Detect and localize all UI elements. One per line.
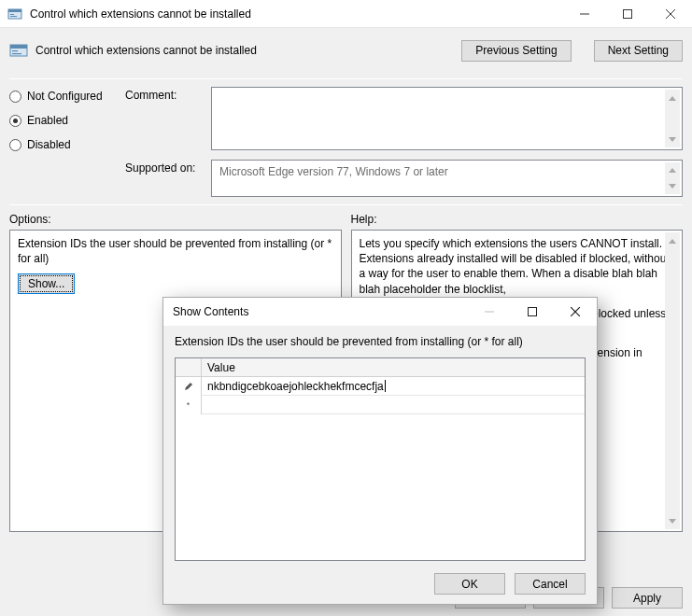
scrollbar[interactable] xyxy=(665,162,680,194)
maximize-button[interactable] xyxy=(606,0,649,28)
svg-rect-2 xyxy=(10,14,14,15)
scroll-up-icon[interactable] xyxy=(665,90,680,106)
radio-label: Disabled xyxy=(27,138,71,151)
svg-rect-9 xyxy=(10,45,27,49)
scrollbar[interactable] xyxy=(665,232,680,529)
show-contents-dialog: Show Contents Extension IDs the user sho… xyxy=(162,297,598,605)
scrollbar[interactable] xyxy=(665,90,680,147)
radio-label: Not Configured xyxy=(27,90,103,103)
page-title: Control which extensions cannot be insta… xyxy=(35,44,257,57)
comment-label: Comment: xyxy=(125,87,211,152)
previous-setting-button[interactable]: Previous Setting xyxy=(461,40,571,62)
scroll-up-icon[interactable] xyxy=(665,162,680,178)
scroll-up-icon[interactable] xyxy=(665,232,680,249)
radio-disabled[interactable]: Disabled xyxy=(9,137,125,152)
window-title: Control which extensions cannot be insta… xyxy=(30,7,563,21)
value-cell[interactable]: nkbndigcebkoaejohleckhekfmcecfja xyxy=(202,377,585,396)
help-label: Help: xyxy=(351,209,684,230)
dialog-description: Extension IDs the user should be prevent… xyxy=(175,335,586,348)
policy-icon xyxy=(7,7,22,21)
scroll-down-icon[interactable] xyxy=(665,512,680,529)
apply-button[interactable]: Apply xyxy=(612,587,683,609)
next-setting-button[interactable]: Next Setting xyxy=(594,40,683,62)
dialog-title: Show Contents xyxy=(173,305,468,318)
scroll-down-icon[interactable] xyxy=(665,131,680,147)
value-column-header[interactable]: Value xyxy=(202,358,585,376)
svg-rect-5 xyxy=(624,9,632,18)
row-header-column[interactable] xyxy=(176,358,202,376)
svg-rect-10 xyxy=(12,50,18,51)
maximize-button[interactable] xyxy=(511,298,554,326)
table-row[interactable]: * xyxy=(176,396,585,414)
svg-rect-13 xyxy=(529,308,537,316)
options-description: Extension IDs the user should be prevent… xyxy=(18,236,333,266)
radio-not-configured[interactable]: Not Configured xyxy=(9,89,125,104)
minimize-button[interactable] xyxy=(468,298,511,326)
options-label: Options: xyxy=(9,209,342,230)
text-caret xyxy=(385,380,386,392)
svg-rect-1 xyxy=(8,9,21,12)
comment-input[interactable] xyxy=(211,87,683,150)
close-button[interactable] xyxy=(554,298,597,326)
radio-label: Enabled xyxy=(27,114,68,127)
value-cell[interactable] xyxy=(202,396,585,414)
show-button[interactable]: Show... xyxy=(18,273,75,294)
supported-on-value: Microsoft Edge version 77, Windows 7 or … xyxy=(211,160,683,197)
svg-rect-11 xyxy=(12,53,21,54)
help-text: Lets you specify which extensions the us… xyxy=(360,236,675,297)
supported-on-label: Supported on: xyxy=(125,160,211,197)
radio-enabled[interactable]: Enabled xyxy=(9,113,125,128)
edit-indicator-icon xyxy=(176,377,202,396)
close-button[interactable] xyxy=(649,0,692,28)
scroll-down-icon[interactable] xyxy=(665,178,680,194)
table-row[interactable]: nkbndigcebkoaejohleckhekfmcecfja xyxy=(176,377,585,396)
cancel-button[interactable]: Cancel xyxy=(515,573,586,595)
svg-rect-3 xyxy=(10,16,17,17)
ok-button[interactable]: OK xyxy=(434,573,505,595)
new-row-indicator-icon: * xyxy=(176,396,202,414)
value-table[interactable]: Value nkbndigcebkoaejohleckhekfmcecfja * xyxy=(175,357,586,561)
policy-icon xyxy=(9,41,28,60)
minimize-button[interactable] xyxy=(563,0,606,28)
